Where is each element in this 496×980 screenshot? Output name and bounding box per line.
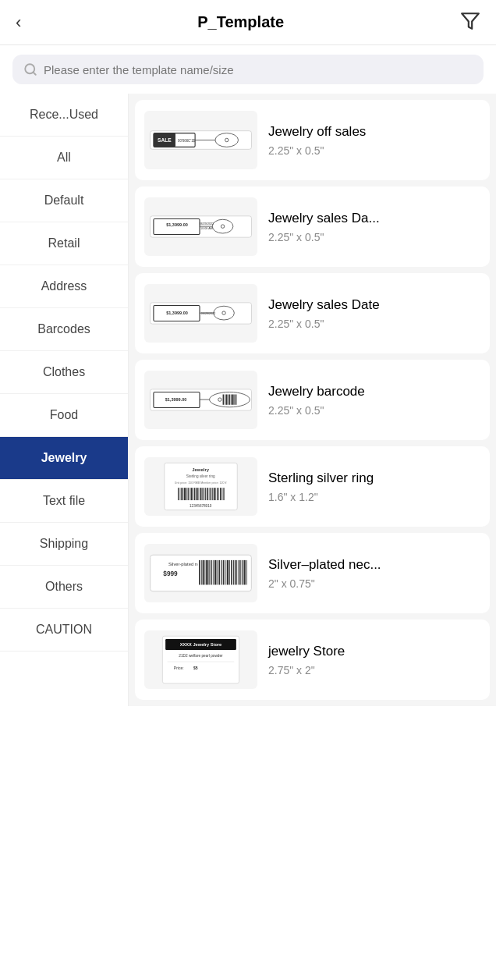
svg-text:$999: $999 bbox=[163, 570, 178, 577]
svg-rect-47 bbox=[180, 488, 181, 500]
svg-rect-65 bbox=[209, 488, 210, 500]
template-preview-3: $1,3999.00 06/29/2022 bbox=[144, 284, 257, 343]
template-card-silver-plated-nec[interactable]: Silver-plated necklace $999 bbox=[135, 533, 490, 613]
svg-point-23 bbox=[214, 306, 235, 320]
svg-rect-50 bbox=[184, 488, 186, 500]
svg-rect-48 bbox=[181, 488, 182, 500]
filter-icon bbox=[460, 11, 480, 31]
svg-rect-99 bbox=[238, 560, 239, 585]
template-info-1: Jewelry off sales 2.25" x 0.5" bbox=[268, 124, 480, 157]
template-card-jewelry-sales-date[interactable]: $1,3999.00 06/29/2022 Jewelry sales Date… bbox=[135, 273, 490, 353]
header: ‹ P_Template bbox=[0, 0, 496, 45]
template-preview-4: $1,3999.00 bbox=[144, 371, 257, 429]
svg-rect-37 bbox=[231, 394, 232, 404]
template-card-jewelry-sales-da[interactable]: $1,3999.00 06/29/2022 10:08 AM Jewelry s… bbox=[135, 186, 490, 267]
preview-svg-3: $1,3999.00 06/29/2022 bbox=[149, 289, 253, 338]
svg-rect-57 bbox=[196, 488, 197, 500]
svg-rect-72 bbox=[220, 488, 221, 500]
svg-rect-85 bbox=[208, 560, 209, 585]
template-preview-6: Silver-plated necklace $999 bbox=[144, 544, 257, 602]
svg-rect-54 bbox=[191, 488, 193, 500]
svg-rect-68 bbox=[214, 488, 215, 500]
svg-rect-88 bbox=[214, 560, 216, 585]
template-name-4: Jewelry barcode bbox=[268, 384, 480, 399]
template-size-5: 1.6" x 1.2" bbox=[268, 491, 480, 503]
svg-rect-70 bbox=[217, 488, 218, 500]
svg-text:21D2 welfare pearl powder: 21D2 welfare pearl powder bbox=[179, 654, 223, 658]
svg-text:XXXX Jewelry Store: XXXX Jewelry Store bbox=[180, 642, 221, 647]
svg-rect-102 bbox=[243, 560, 245, 585]
sidebar-item-text-file[interactable]: Text file bbox=[0, 480, 128, 523]
svg-rect-36 bbox=[229, 394, 230, 404]
sidebar: Rece...Used All Default Retail Address B… bbox=[0, 94, 129, 706]
svg-rect-83 bbox=[204, 560, 205, 585]
svg-rect-59 bbox=[199, 488, 200, 500]
svg-rect-86 bbox=[211, 560, 212, 585]
sidebar-item-shipping[interactable]: Shipping bbox=[0, 523, 128, 566]
search-icon bbox=[23, 62, 37, 76]
sidebar-item-jewelry[interactable]: Jewelry bbox=[0, 437, 128, 480]
filter-button[interactable] bbox=[460, 11, 480, 34]
template-card-jewelry-barcode[interactable]: $1,3999.00 bbox=[135, 360, 490, 440]
main-layout: Rece...Used All Default Retail Address B… bbox=[0, 94, 496, 706]
search-bar bbox=[0, 45, 496, 94]
sidebar-item-food[interactable]: Food bbox=[0, 394, 128, 437]
svg-rect-66 bbox=[210, 488, 211, 500]
template-size-4: 2.25" x 0.5" bbox=[268, 404, 480, 417]
sidebar-item-address[interactable]: Address bbox=[0, 265, 128, 308]
svg-rect-60 bbox=[200, 488, 202, 500]
template-card-jewelry-store[interactable]: XXXX Jewelry Store 21D2 welfare pearl po… bbox=[135, 620, 490, 700]
svg-rect-101 bbox=[242, 560, 243, 585]
preview-svg-4: $1,3999.00 bbox=[149, 375, 253, 424]
svg-rect-93 bbox=[225, 560, 226, 585]
svg-rect-82 bbox=[203, 560, 204, 585]
svg-point-9 bbox=[215, 133, 239, 147]
svg-rect-92 bbox=[223, 560, 225, 585]
svg-text:00'666C'1$: 00'666C'1$ bbox=[178, 139, 196, 143]
svg-rect-95 bbox=[229, 560, 230, 585]
svg-rect-40 bbox=[236, 394, 236, 404]
svg-rect-81 bbox=[201, 560, 202, 585]
svg-rect-90 bbox=[218, 560, 220, 585]
sidebar-item-retail[interactable]: Retail bbox=[0, 222, 128, 265]
template-card-sterling-silver-ring[interactable]: Jewelry Sterling silver ring Unit price:… bbox=[135, 446, 490, 527]
sidebar-item-default[interactable]: Default bbox=[0, 179, 128, 222]
svg-rect-58 bbox=[197, 488, 198, 500]
svg-rect-69 bbox=[215, 488, 216, 500]
sidebar-item-recently-used[interactable]: Rece...Used bbox=[0, 94, 128, 137]
svg-rect-71 bbox=[218, 488, 219, 500]
template-preview-1: SALE 00'666C'1$ bbox=[144, 111, 257, 169]
template-info-2: Jewelry sales Da... 2.25" x 0.5" bbox=[268, 211, 480, 243]
preview-svg-1: SALE 00'666C'1$ bbox=[149, 115, 253, 165]
svg-rect-35 bbox=[228, 394, 229, 404]
sidebar-item-clothes[interactable]: Clothes bbox=[0, 351, 128, 394]
sidebar-item-barcodes[interactable]: Barcodes bbox=[0, 308, 128, 351]
svg-rect-38 bbox=[232, 394, 233, 404]
preview-svg-5: Jewelry Sterling silver ring Unit price:… bbox=[149, 462, 253, 511]
svg-rect-84 bbox=[206, 560, 207, 585]
sidebar-item-caution[interactable]: CAUTION bbox=[0, 609, 128, 652]
template-size-3: 2.25" x 0.5" bbox=[268, 318, 480, 330]
svg-rect-94 bbox=[227, 560, 229, 585]
back-button[interactable]: ‹ bbox=[16, 12, 21, 33]
sidebar-item-all[interactable]: All bbox=[0, 137, 128, 179]
svg-rect-100 bbox=[239, 560, 241, 585]
svg-rect-55 bbox=[193, 488, 193, 500]
svg-rect-67 bbox=[212, 488, 213, 500]
sidebar-item-others[interactable]: Others bbox=[0, 566, 128, 609]
svg-rect-32 bbox=[223, 394, 224, 404]
svg-rect-73 bbox=[222, 488, 223, 500]
template-name-5: Sterling silver ring bbox=[268, 470, 480, 486]
template-preview-2: $1,3999.00 06/29/2022 10:08 AM bbox=[144, 197, 257, 256]
preview-svg-6: Silver-plated necklace $999 bbox=[149, 549, 253, 598]
search-input[interactable] bbox=[44, 63, 473, 76]
svg-rect-96 bbox=[231, 560, 232, 585]
svg-text:SALE: SALE bbox=[158, 137, 172, 143]
svg-text:06/29/2022: 06/29/2022 bbox=[201, 312, 215, 315]
svg-rect-49 bbox=[183, 488, 184, 500]
template-card-jewelry-off-sales[interactable]: SALE 00'666C'1$ Jewelry off sales 2.25" … bbox=[135, 100, 490, 180]
template-size-7: 2.75" x 2" bbox=[268, 664, 480, 676]
svg-line-2 bbox=[33, 72, 35, 74]
svg-rect-62 bbox=[204, 488, 204, 500]
preview-svg-7: XXXX Jewelry Store 21D2 welfare pearl po… bbox=[149, 635, 253, 684]
